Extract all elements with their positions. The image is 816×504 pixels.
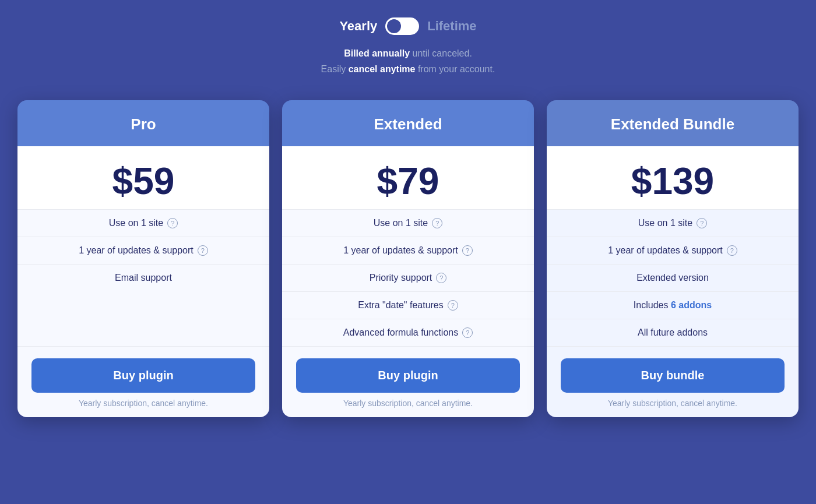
bundle-body: $139 Use on 1 site ? 1 year of updates &… xyxy=(547,146,799,417)
ext-feature-1-text: Use on 1 site xyxy=(374,218,428,228)
billing-toggle: Yearly Lifetime xyxy=(339,17,476,35)
pro-feature-1-text: Use on 1 site xyxy=(109,218,163,228)
bundle-price: $139 xyxy=(558,163,787,200)
extended-plan-name: Extended xyxy=(294,115,522,133)
billing-line1-rest: until canceled. xyxy=(410,48,472,58)
ext-feature-2: 1 year of updates & support ? xyxy=(282,237,534,265)
billing-info: Billed annually until canceled. Easily c… xyxy=(321,45,495,77)
extended-body: $79 Use on 1 site ? 1 year of updates & … xyxy=(282,146,534,417)
pro-cta-section: Buy plugin Yearly subscription, cancel a… xyxy=(17,346,269,417)
pricing-cards: Pro $59 Use on 1 site ? 1 year of update… xyxy=(17,100,799,417)
extended-price: $79 xyxy=(294,163,522,200)
bundle-feature-1-icon[interactable]: ? xyxy=(697,218,707,228)
pro-subscription-note: Yearly subscription, cancel anytime. xyxy=(79,399,208,408)
pro-feature-2-text: 1 year of updates & support xyxy=(79,245,194,256)
pro-feature-2-icon[interactable]: ? xyxy=(198,245,208,256)
bundle-feature-2-text: 1 year of updates & support xyxy=(608,245,723,256)
toggle-knob xyxy=(387,19,401,33)
ext-feature-2-text: 1 year of updates & support xyxy=(343,245,458,256)
pro-features: Use on 1 site ? 1 year of updates & supp… xyxy=(17,210,269,346)
bundle-feature-3: Extended version xyxy=(547,265,799,292)
pro-price: $59 xyxy=(29,163,258,200)
extended-subscription-note: Yearly subscription, cancel anytime. xyxy=(343,399,473,408)
ext-feature-2-icon[interactable]: ? xyxy=(462,245,473,256)
yearly-label: Yearly xyxy=(339,19,377,34)
billing-line1: Billed annually until canceled. xyxy=(321,45,495,61)
bundle-feature-3-text: Extended version xyxy=(636,273,709,283)
ext-feature-3-icon[interactable]: ? xyxy=(436,273,446,283)
billing-line2-rest: from your account. xyxy=(415,64,495,74)
bundle-feature-4: Includes 6 addons xyxy=(547,292,799,319)
billing-line2-start: Easily xyxy=(321,64,349,74)
pro-feature-1: Use on 1 site ? xyxy=(17,210,269,237)
pro-feature-1-icon[interactable]: ? xyxy=(167,218,178,228)
pro-feature-3: Email support xyxy=(17,265,269,291)
extended-cta-section: Buy plugin Yearly subscription, cancel a… xyxy=(282,346,534,417)
pro-header: Pro xyxy=(17,100,269,146)
billing-bold: Billed annually xyxy=(344,48,410,58)
bundle-feature-2: 1 year of updates & support ? xyxy=(547,237,799,265)
ext-feature-3-text: Priority support xyxy=(370,273,432,283)
bundle-feature-2-icon[interactable]: ? xyxy=(727,245,737,256)
ext-feature-1: Use on 1 site ? xyxy=(282,210,534,237)
ext-feature-4: Extra "date" features ? xyxy=(282,292,534,319)
pro-feature-2: 1 year of updates & support ? xyxy=(17,237,269,265)
ext-feature-4-text: Extra "date" features xyxy=(358,300,444,311)
addon-link[interactable]: 6 addons xyxy=(671,300,712,310)
extended-price-section: $79 xyxy=(282,146,534,210)
bundle-plan-name: Extended Bundle xyxy=(558,115,787,133)
bundle-price-section: $139 xyxy=(547,146,799,210)
ext-feature-1-icon[interactable]: ? xyxy=(432,218,442,228)
ext-feature-5: Advanced formula functions ? xyxy=(282,319,534,346)
pro-plan-name: Pro xyxy=(29,115,258,133)
bundle-feature-4-text: Includes 6 addons xyxy=(634,300,712,311)
bundle-features: Use on 1 site ? 1 year of updates & supp… xyxy=(547,210,799,346)
pro-price-section: $59 xyxy=(17,146,269,210)
extended-header: Extended xyxy=(282,100,534,146)
billing-highlight: cancel anytime xyxy=(349,64,416,74)
plan-card-extended: Extended $79 Use on 1 site ? 1 year of u… xyxy=(282,100,534,417)
plan-card-pro: Pro $59 Use on 1 site ? 1 year of update… xyxy=(17,100,269,417)
bundle-header: Extended Bundle xyxy=(547,100,799,146)
bundle-feature-5-text: All future addons xyxy=(638,327,708,338)
plan-card-bundle: Extended Bundle $139 Use on 1 site ? 1 y… xyxy=(547,100,799,417)
ext-feature-5-icon[interactable]: ? xyxy=(462,327,473,338)
bundle-buy-button[interactable]: Buy bundle xyxy=(561,358,785,393)
bundle-cta-section: Buy bundle Yearly subscription, cancel a… xyxy=(547,346,799,417)
extended-features: Use on 1 site ? 1 year of updates & supp… xyxy=(282,210,534,346)
bundle-feature-1: Use on 1 site ? xyxy=(547,210,799,237)
lifetime-label: Lifetime xyxy=(427,19,476,34)
ext-feature-4-icon[interactable]: ? xyxy=(448,300,458,311)
bundle-subscription-note: Yearly subscription, cancel anytime. xyxy=(608,399,737,408)
bundle-feature-1-text: Use on 1 site xyxy=(638,218,692,228)
extended-buy-button[interactable]: Buy plugin xyxy=(296,358,520,393)
pro-body: $59 Use on 1 site ? 1 year of updates & … xyxy=(17,146,269,417)
billing-line2: Easily cancel anytime from your account. xyxy=(321,61,495,77)
ext-feature-3: Priority support ? xyxy=(282,265,534,292)
pro-feature-3-text: Email support xyxy=(115,273,172,283)
bundle-feature-5: All future addons xyxy=(547,319,799,346)
pro-buy-button[interactable]: Buy plugin xyxy=(31,358,255,393)
toggle-switch[interactable] xyxy=(385,17,419,35)
ext-feature-5-text: Advanced formula functions xyxy=(343,327,458,338)
